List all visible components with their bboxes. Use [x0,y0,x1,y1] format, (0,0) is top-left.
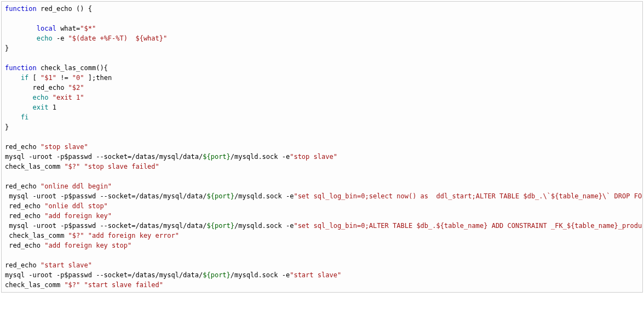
code-text [80,163,84,170]
variable: ${port} [203,271,231,279]
keyword-fi: fi [5,113,28,121]
code-text: red_echo [5,212,44,220]
code-text: red_echo [5,143,41,151]
keyword-echo: echo [5,35,53,42]
code-text: mysql -uroot -p$passwd --socket=/datas/m… [5,271,203,279]
string-literal: "start slave" [41,261,92,269]
code-text: mysql -uroot -p$passwd --socket=/datas/m… [5,222,206,230]
string-literal: "add foreign key error" [88,232,179,239]
string-literal: "stop slave" [290,153,337,161]
string-literal: "$(date +%F-%T) ${what}" [68,35,168,42]
string-literal: "$*" [80,25,96,32]
code-text: mysql -uroot -p$passwd --socket=/datas/m… [5,192,206,200]
code-text: check_las_comm [5,163,64,170]
code-text: red_echo [5,202,44,210]
string-literal: "onlie ddl stop" [44,202,108,210]
code-text: != [56,74,72,82]
code-text: } [5,123,9,131]
code-text: what= [56,25,80,32]
string-literal: "online ddl begin" [41,182,112,190]
keyword-if: if [5,74,28,82]
code-text [84,232,88,239]
code-text: red_echo [5,261,41,269]
string-literal: "$?" [64,281,80,289]
string-literal: "0" [72,74,84,82]
variable: ${port} [206,192,234,200]
variable: ${port} [203,153,231,161]
string-literal: "$?" [64,163,80,170]
code-text: [ [28,74,41,82]
keyword-exit: exit [5,104,48,111]
code-text: } [5,44,9,52]
code-block: function red_echo () { local what="$*" e… [1,1,643,293]
code-text: check_las_comm(){ [37,64,108,72]
code-text: red_echo [5,242,44,249]
code-text: red_echo () { [37,5,92,13]
string-literal: "$?" [68,232,84,239]
string-literal: "add foreign key stop" [44,242,131,249]
keyword-function: function [5,64,37,72]
keyword-echo: echo [5,94,48,101]
code-text [80,281,84,289]
string-literal: "exit 1" [53,94,84,101]
code-text: mysql -uroot -p$passwd --socket=/datas/m… [5,153,203,161]
string-literal: "set sql_log_bin=0;select now() as ddl_s… [294,192,643,200]
code-text: red_echo [5,182,41,190]
string-literal: "start slave failed" [84,281,164,289]
string-literal: "stop slave" [41,143,88,151]
keyword-function: function [5,5,37,13]
code-text: check_las_comm [5,232,68,239]
code-text: -e [53,35,68,42]
string-literal: "set sql_log_bin=0;ALTER TABLE $db_.${ta… [294,222,643,230]
code-text: /mysqld.sock -e [231,153,290,161]
variable: ${port} [206,222,234,230]
code-text: /mysqld.sock -e [231,271,290,279]
code-text: /mysqld.sock -e [234,192,294,200]
string-literal: "$1" [41,74,56,82]
code-text: red_echo [5,84,68,92]
code-text: ];then [84,74,112,82]
code-text: check_las_comm [5,281,64,289]
code-text: 1 [48,104,56,111]
code-text [48,94,52,101]
string-literal: "start slave" [290,271,341,279]
string-literal: "stop slave failed" [84,163,159,170]
code-text: /mysqld.sock -e [234,222,294,230]
keyword-local: local [5,25,56,32]
string-literal: "$2" [68,84,84,92]
string-literal: "add foreign key" [44,212,112,220]
